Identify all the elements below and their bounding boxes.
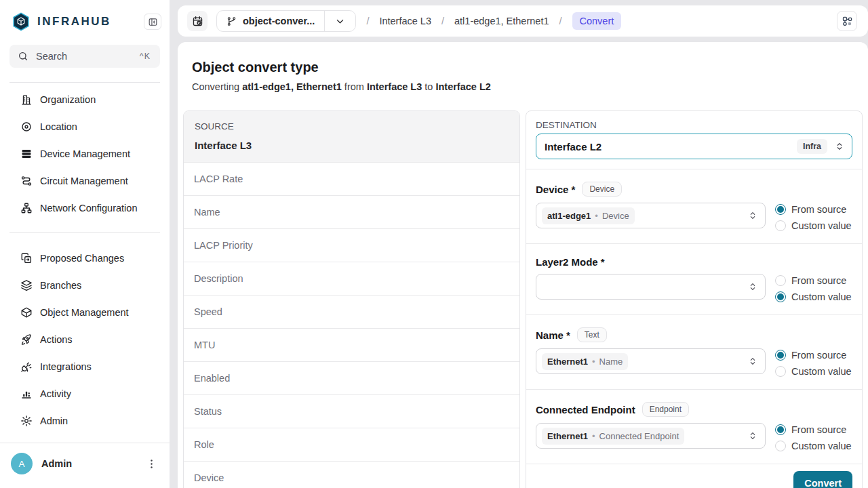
field-select-name[interactable]: Ethernet1•Name xyxy=(536,348,766,374)
field-select-connected-endpoint[interactable]: Ethernet1•Connected Endpoint xyxy=(536,423,766,449)
select-caret-icon xyxy=(834,141,845,152)
branches-icon xyxy=(20,279,33,291)
source-row-label: Status xyxy=(194,406,342,417)
value-mode-radio-group: From sourceCustom value xyxy=(775,203,852,231)
sidebar-item-branches[interactable]: Branches xyxy=(0,272,170,299)
breadcrumb: /Interface L3/atl1-edge1, Ethernet1/Conv… xyxy=(366,12,621,30)
breadcrumb-separator: / xyxy=(366,16,369,26)
radio-icon xyxy=(775,441,786,451)
network-icon xyxy=(20,202,33,214)
kebab-menu-icon[interactable] xyxy=(144,457,159,471)
sidebar-item-object-management[interactable]: Object Management xyxy=(0,299,170,326)
schema-button[interactable] xyxy=(837,11,857,31)
user-menu[interactable]: A Admin xyxy=(0,443,170,488)
source-row: Name xyxy=(184,195,519,228)
breadcrumb-separator: / xyxy=(559,16,561,26)
sidebar-group-secondary: Proposed ChangesBranchesObject Managemen… xyxy=(0,233,170,434)
source-row-label: Device xyxy=(194,472,342,483)
from-source-radio[interactable]: From source xyxy=(775,275,852,286)
plug-icon xyxy=(20,361,33,373)
gear-icon xyxy=(20,415,33,427)
breadcrumb-item[interactable]: atl1-edge1, Ethernet1 xyxy=(454,16,549,26)
building-icon xyxy=(20,94,33,106)
field-control-row: Ethernet1•NameFrom sourceCustom value xyxy=(536,348,852,377)
sidebar-item-network-configuration[interactable]: Network Configuration xyxy=(0,195,170,222)
custom-value-radio[interactable]: Custom value xyxy=(775,220,852,231)
sidebar-item-label: Object Management xyxy=(40,307,129,318)
chip-dot: • xyxy=(592,431,595,441)
custom-value-radio[interactable]: Custom value xyxy=(775,366,852,377)
sidebar-item-label: Branches xyxy=(40,280,81,291)
value-mode-radio-group: From sourceCustom value xyxy=(775,274,852,302)
field-kind-badge: Device xyxy=(582,182,622,197)
source-row: Description xyxy=(184,262,519,295)
field-label-row: Name *Text xyxy=(536,327,852,342)
radio-label: From source xyxy=(791,275,846,286)
infrahub-logo-icon xyxy=(11,11,31,33)
selected-value-chip: Ethernet1•Connected Endpoint xyxy=(542,428,684,445)
page-title: Object convert type xyxy=(192,60,854,75)
chip-dot: • xyxy=(592,357,595,367)
chip-attribute: Name xyxy=(599,357,623,367)
sidebar-item-label: Admin xyxy=(40,415,68,426)
date-picker-button[interactable] xyxy=(187,11,208,31)
namespace-badge: Infra xyxy=(797,139,827,154)
sidebar-item-admin[interactable]: Admin xyxy=(0,407,170,434)
source-row: LACP Priority xyxy=(184,228,519,262)
radio-icon xyxy=(775,424,786,435)
git-branch-icon xyxy=(226,16,237,26)
user-name: Admin xyxy=(41,458,136,469)
field-select-device[interactable]: atl1-edge1•Device xyxy=(536,203,766,228)
field-select-layer2-mode[interactable] xyxy=(536,274,766,300)
sidebar-item-label: Network Configuration xyxy=(40,203,137,214)
search-placeholder: Search xyxy=(36,51,132,62)
from-source-radio[interactable]: From source xyxy=(775,350,852,361)
field-label: Device * xyxy=(536,184,575,195)
breadcrumb-separator: / xyxy=(441,16,444,26)
sidebar-item-integrations[interactable]: Integrations xyxy=(0,353,170,380)
destination-field-layer2-mode: Layer2 Mode *From sourceCustom value xyxy=(526,243,862,314)
source-panel-label: SOURCE xyxy=(195,121,509,131)
source-row: MTU xyxy=(184,328,519,361)
radio-icon xyxy=(775,366,786,377)
destination-panel: DESTINATION Interface L2 Infra Device *D… xyxy=(526,110,863,488)
destination-field-device: Device *Deviceatl1-edge1•DeviceFrom sour… xyxy=(526,169,862,243)
sidebar-item-location[interactable]: Location xyxy=(0,113,170,140)
field-control-row: Ethernet1•Connected EndpointFrom sourceC… xyxy=(536,423,852,451)
selected-value-chip: Ethernet1•Name xyxy=(542,353,628,370)
branch-selector[interactable]: object-conver... xyxy=(216,10,356,32)
convert-button[interactable]: Convert xyxy=(793,471,852,488)
destination-panel-label: DESTINATION xyxy=(536,120,852,130)
destination-type-select[interactable]: Interface L2 Infra xyxy=(536,134,852,159)
branch-name: object-conver... xyxy=(243,16,315,26)
radio-label: Custom value xyxy=(791,291,852,302)
chip-value: Ethernet1 xyxy=(547,357,588,367)
server-icon xyxy=(20,148,33,160)
object-management-icon xyxy=(20,306,33,319)
panel-collapse-icon xyxy=(148,17,158,27)
search-input[interactable]: Search ^K xyxy=(9,45,160,68)
from-source-radio[interactable]: From source xyxy=(775,204,852,215)
circuit-icon xyxy=(20,175,33,187)
radio-icon xyxy=(775,291,786,302)
custom-value-radio[interactable]: Custom value xyxy=(775,441,852,451)
main-content: Object convert type Converting atl1-edge… xyxy=(178,42,868,488)
sidebar-item-label: Organization xyxy=(40,94,96,105)
sidebar-item-device-management[interactable]: Device Management xyxy=(0,140,170,167)
select-caret-icon xyxy=(747,430,758,441)
sidebar-item-circuit-management[interactable]: Circuit Management xyxy=(0,167,170,195)
custom-value-radio[interactable]: Custom value xyxy=(775,291,852,302)
sidebar-item-proposed-changes[interactable]: Proposed Changes xyxy=(0,245,170,272)
breadcrumb-item[interactable]: Interface L3 xyxy=(379,16,431,26)
sidebar-item-actions[interactable]: Actions xyxy=(0,326,170,353)
sidebar-collapse-button[interactable] xyxy=(144,14,161,30)
sidebar-item-organization[interactable]: Organization xyxy=(0,86,170,113)
radio-icon xyxy=(775,350,786,361)
field-control-row: From sourceCustom value xyxy=(536,274,852,302)
radio-icon xyxy=(775,220,786,231)
source-row: Enabled xyxy=(184,361,519,394)
destination-type-value: Interface L2 xyxy=(545,141,797,152)
radio-label: Custom value xyxy=(791,220,852,231)
sidebar-item-activity[interactable]: Activity xyxy=(0,380,170,407)
from-source-radio[interactable]: From source xyxy=(775,424,852,435)
